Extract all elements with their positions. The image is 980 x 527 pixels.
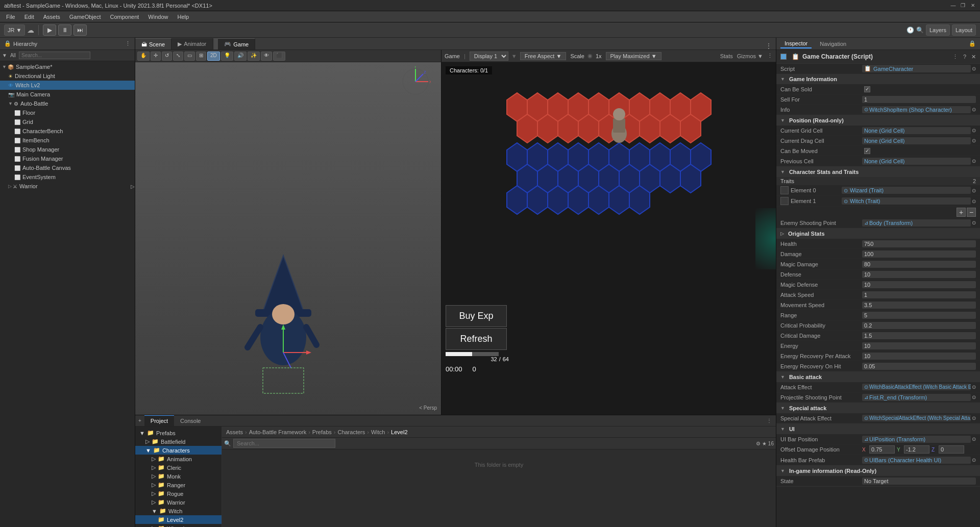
info-value[interactable]: ⊙ WitchShopItem (Shop Character): [862, 106, 971, 113]
layout-button[interactable]: Layout: [952, 24, 976, 36]
breadcrumb-level2[interactable]: Level2: [391, 429, 407, 435]
layers-button[interactable]: Layers: [926, 24, 950, 36]
tree-warrior[interactable]: ▷ 📁 Warrior: [135, 498, 222, 507]
light-toggle[interactable]: 💡: [221, 52, 233, 61]
tab-navigation[interactable]: Navigation: [816, 40, 850, 48]
component-menu-icon[interactable]: ⋮: [952, 54, 958, 60]
hand-tool[interactable]: ✋: [137, 52, 150, 61]
add-icon[interactable]: +: [135, 418, 144, 423]
gizmos-btn[interactable]: Gizmos ▼: [737, 53, 763, 59]
hierarchy-item-grid[interactable]: ⬜ Grid: [0, 117, 135, 127]
offset-x-input[interactable]: [869, 445, 895, 454]
transform-tool[interactable]: ⊞: [196, 52, 206, 61]
character-stats-header[interactable]: ▼ Character Stats and Traits: [776, 167, 980, 177]
hierarchy-item-characterbench[interactable]: ⬜ CharacterBench: [0, 127, 135, 136]
hierarchy-item-witch[interactable]: 👁 Witch Lv2: [0, 81, 135, 90]
stat-magic-damage-value[interactable]: 80: [862, 261, 976, 268]
warrior-expand-icon[interactable]: ▷: [131, 184, 135, 189]
hierarchy-menu-icon[interactable]: ⋮: [125, 40, 131, 47]
stat-defense-value[interactable]: 10: [862, 271, 976, 278]
ui-section-header[interactable]: ▼ UI: [776, 424, 980, 434]
remove-trait-button[interactable]: −: [967, 208, 976, 217]
tab-game[interactable]: 🎮 Game: [218, 38, 255, 49]
projectile-value[interactable]: ⊿ Fist.R_end (Transform): [862, 394, 971, 401]
rotate-tool[interactable]: ↺: [162, 52, 172, 61]
cloud-icon[interactable]: ☁: [27, 26, 34, 34]
game-menu-icon[interactable]: ⋮: [767, 53, 773, 59]
tab-scene[interactable]: 🏔 Scene: [135, 38, 172, 49]
menu-file[interactable]: File: [2, 13, 19, 21]
hierarchy-item-eventsystem[interactable]: ⬜ EventSystem: [0, 172, 135, 182]
tab-project[interactable]: Project: [144, 415, 174, 426]
element0-toggle[interactable]: [780, 186, 789, 194]
audio-toggle[interactable]: 🔊: [234, 52, 247, 61]
basic-attack-header[interactable]: ▼ Basic attack: [776, 372, 980, 382]
move-tool[interactable]: ✛: [151, 52, 161, 61]
search-input[interactable]: [233, 439, 335, 448]
editor-menu-icon[interactable]: ⋮: [766, 42, 772, 49]
tree-witch[interactable]: ▼ 📁 Witch: [135, 507, 222, 515]
element1-link-btn[interactable]: ⊙: [972, 198, 976, 204]
add-trait-button[interactable]: +: [957, 208, 966, 217]
stat-energy-per-attack-value[interactable]: 10: [862, 353, 976, 360]
hierarchy-item-floor[interactable]: ⬜ Floor: [0, 108, 135, 117]
tree-animation[interactable]: ▷ 📁 Animation: [135, 455, 222, 463]
tab-animator[interactable]: ▶ Animator: [172, 38, 213, 49]
offset-y-input[interactable]: [904, 445, 929, 454]
element1-value[interactable]: ⊙ Witch (Trait): [842, 197, 971, 205]
play-button[interactable]: ▶: [43, 24, 56, 36]
step-button[interactable]: ⏭: [74, 24, 87, 36]
scene-canvas[interactable]: X Y Z: [135, 62, 441, 415]
stat-movement-speed-value[interactable]: 3.5: [862, 302, 976, 309]
offset-z-input[interactable]: [939, 445, 964, 454]
special-effect-value[interactable]: ⊙ WitchSpecialAttackEffect (Witch Specia…: [862, 415, 971, 421]
aspect-selector[interactable]: Free Aspect ▼: [520, 52, 567, 60]
special-effect-link-btn[interactable]: ⊙: [972, 415, 976, 421]
hierarchy-item-warrior[interactable]: ▷ ⚔ Warrior ▷: [0, 182, 135, 191]
minimize-button[interactable]: —: [950, 2, 957, 9]
menu-assets[interactable]: Assets: [39, 13, 64, 21]
maximize-button[interactable]: ❐: [960, 2, 966, 9]
menu-edit[interactable]: Edit: [20, 13, 38, 21]
previous-cell-value[interactable]: None (Grid Cell): [862, 158, 971, 165]
tree-wizard[interactable]: ▷ 📁 Wizard: [135, 524, 222, 527]
gizmos-toggle[interactable]: ⬛: [273, 52, 285, 61]
tree-monk[interactable]: ▷ 📁 Monk: [135, 472, 222, 481]
breadcrumb-framework[interactable]: Auto-Battle Framework: [249, 429, 306, 435]
script-link-icon[interactable]: ⊙: [972, 66, 976, 71]
account-button[interactable]: JR ▼: [4, 24, 25, 36]
tree-battlefield[interactable]: ▷ 📁 Battlefield: [135, 437, 222, 446]
close-button[interactable]: ✕: [969, 2, 976, 9]
fx-toggle[interactable]: ✨: [248, 52, 260, 61]
ui-bar-value[interactable]: ⊿ UIPosition (Transform): [862, 436, 971, 443]
search-icon[interactable]: 🔍: [916, 27, 924, 34]
tree-rogue[interactable]: ▷ 📁 Rogue: [135, 489, 222, 498]
position-header[interactable]: ▼ Position (Read-only): [776, 115, 980, 126]
project-settings-icon[interactable]: ⚙ ★ 16: [756, 441, 774, 446]
hierarchy-all[interactable]: All: [10, 53, 16, 58]
attack-effect-link-btn[interactable]: ⊙: [972, 384, 976, 390]
element1-toggle[interactable]: [780, 197, 789, 205]
hierarchy-search[interactable]: [19, 52, 90, 59]
hierarchy-item-fusionmanager[interactable]: ⬜ Fusion Manager: [0, 154, 135, 163]
display-select[interactable]: Display 1: [470, 52, 508, 61]
prev-link-btn[interactable]: ⊙: [972, 158, 976, 164]
enemy-shooting-value[interactable]: ⊿ Body (Transform): [862, 219, 971, 227]
tree-cleric[interactable]: ▷ 📁 Cleric: [135, 463, 222, 472]
hierarchy-item-shopmanager[interactable]: ⬜ Shop Manager: [0, 145, 135, 154]
script-value[interactable]: 📋 GameCharacter: [862, 65, 971, 72]
hierarchy-item-auto-battle[interactable]: ▼ ⚙ Auto-Battle: [0, 99, 135, 108]
stat-crit-damage-value[interactable]: 1.5: [862, 332, 976, 339]
grid-link-btn[interactable]: ⊙: [972, 128, 976, 133]
overlay-toggle[interactable]: 👁: [261, 52, 272, 61]
tree-level2[interactable]: 📁 Level2: [135, 515, 222, 524]
game-canvas[interactable]: Characters: 0/1: [442, 62, 776, 415]
tree-ranger[interactable]: ▷ 📁 Ranger: [135, 481, 222, 489]
stat-health-value[interactable]: 750: [862, 240, 976, 247]
hierarchy-lock-icon[interactable]: 🔒: [4, 40, 11, 47]
hierarchy-item-itembench[interactable]: ⬜ ItemBench: [0, 136, 135, 145]
current-drag-value[interactable]: None (Grid Cell): [862, 137, 971, 144]
element0-link-btn[interactable]: ⊙: [972, 188, 976, 193]
breadcrumb-assets[interactable]: Assets: [226, 429, 243, 435]
hierarchy-item-samplegame[interactable]: ▼ 📦 SampleGame*: [0, 62, 135, 71]
